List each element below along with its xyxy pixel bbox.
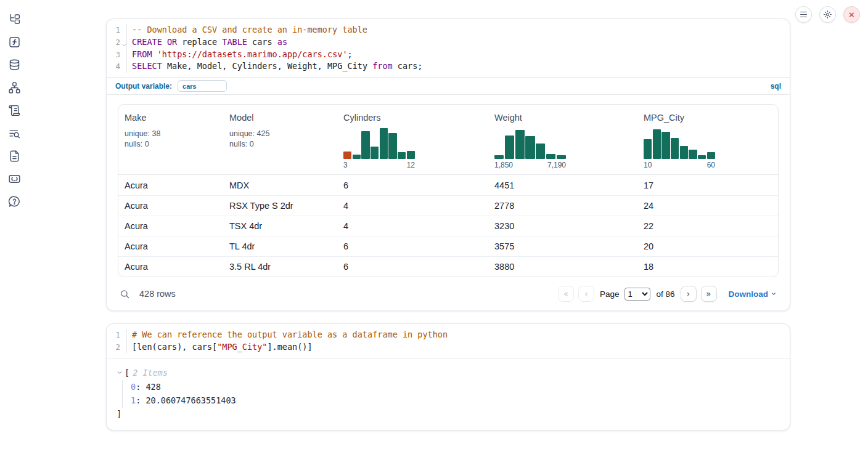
file-explorer-icon[interactable]	[8, 13, 21, 26]
variables-icon[interactable]	[8, 36, 21, 49]
menu-icon	[800, 12, 807, 18]
items-count-label: 2 Items	[133, 366, 168, 379]
code-text[interactable]: [len(cars), cars["MPG_City"].mean()]	[127, 341, 313, 354]
code-line[interactable]: 1# We can reference the output variable …	[107, 329, 790, 341]
code-text[interactable]: # We can reference the output variable a…	[127, 329, 448, 341]
tree-entry[interactable]: 0: 428	[131, 380, 780, 394]
column-histogram[interactable]: 1,8507,190	[494, 127, 566, 169]
table-cell: 22	[637, 221, 778, 231]
table-cell: Acura	[118, 241, 223, 251]
code-text[interactable]: CREATE OR replace TABLE cars as	[127, 36, 287, 49]
table-cell: Acura	[118, 180, 223, 190]
page-select[interactable]: 1	[624, 288, 650, 301]
table-cell: RSX Type S 2dr	[223, 201, 337, 211]
histogram-bar	[515, 130, 525, 159]
tree-entry-key: 0	[131, 382, 136, 392]
scratchpad-icon[interactable]	[8, 104, 21, 117]
line-number-text: 2	[115, 342, 120, 352]
histogram-bar	[525, 136, 534, 159]
axis-min-label: 3	[343, 161, 348, 169]
menu-button[interactable]	[795, 6, 812, 23]
histogram-bar	[380, 128, 388, 159]
column-histogram[interactable]: 312	[343, 127, 415, 169]
next-page-button[interactable]: ›	[681, 286, 697, 302]
dependency-graph-icon[interactable]	[8, 81, 21, 94]
column-header[interactable]: Modelunique: 425nulls: 0	[223, 111, 337, 174]
histogram-bar	[689, 150, 697, 159]
code-line[interactable]: 2[len(cars), cars["MPG_City"].mean()]	[107, 341, 790, 354]
axis-min-label: 1,850	[494, 161, 513, 169]
histogram-bar	[407, 151, 415, 159]
of-label: of 86	[656, 289, 674, 299]
output-variable-label: Output variable:	[115, 82, 172, 91]
code-token: replace	[177, 37, 222, 47]
column-header[interactable]: Cylinders312	[337, 111, 488, 174]
table-row[interactable]: AcuraTSX 4dr4323022	[118, 216, 778, 236]
code-token: # We can reference the output variable a…	[132, 330, 448, 339]
table-cell: 4451	[488, 180, 637, 190]
line-number: 1	[107, 329, 127, 341]
table-row[interactable]: AcuraRSX Type S 2dr4277824	[118, 195, 778, 216]
histogram-bar	[343, 152, 351, 159]
histogram-bar	[653, 129, 661, 159]
line-number: 2	[107, 341, 127, 354]
code-line[interactable]: 2CREATE OR replace TABLE cars as	[107, 36, 790, 49]
tree-entries: 0: 4281: 20.060747663551403	[122, 380, 780, 408]
table-row[interactable]: AcuraMDX6445117	[118, 175, 778, 195]
close-button[interactable]: ×	[843, 6, 860, 23]
axis-max-label: 7,190	[547, 161, 566, 169]
prev-page-button[interactable]: ‹	[578, 286, 594, 302]
download-button[interactable]: Download	[729, 289, 777, 299]
tree-head: [ 2 Items	[117, 366, 780, 379]
data-sources-icon[interactable]	[8, 59, 21, 71]
code-line[interactable]: 1-- Download a CSV and create an in-memo…	[107, 24, 790, 36]
last-page-button[interactable]: »	[701, 286, 717, 302]
gear-icon	[823, 10, 832, 19]
first-page-button[interactable]: «	[558, 286, 574, 302]
tree-entry[interactable]: 1: 20.060747663551403	[131, 394, 780, 408]
table-header: Makeunique: 38nulls: 0Modelunique: 425nu…	[118, 105, 778, 175]
table-cell: Acura	[118, 262, 223, 272]
tree-entry-value: : 428	[136, 382, 161, 392]
code-text[interactable]: SELECT Make, Model, Cylinders, Weight, M…	[127, 60, 422, 73]
table-cell: MDX	[223, 180, 337, 190]
code-token: FROM	[132, 49, 152, 59]
sql-code-editor[interactable]: 1-- Download a CSV and create an in-memo…	[107, 19, 790, 77]
python-code-editor[interactable]: 1# We can reference the output variable …	[107, 324, 790, 358]
table-cell: 24	[637, 201, 778, 211]
table-row[interactable]: AcuraTL 4dr6357520	[118, 236, 778, 256]
table-cell: 3880	[488, 262, 637, 272]
search-icon[interactable]	[120, 289, 130, 299]
column-header[interactable]: Weight1,8507,190	[488, 111, 637, 174]
table-cell: 17	[637, 180, 778, 190]
histogram-bar	[546, 154, 555, 159]
code-line[interactable]: 4SELECT Make, Model, Cylinders, Weight, …	[107, 60, 790, 73]
table-cell: TSX 4dr	[223, 221, 337, 231]
line-number-text: 1	[115, 330, 120, 339]
table-body: AcuraMDX6445117AcuraRSX Type S 2dr427782…	[118, 175, 778, 277]
sql-output-region: Makeunique: 38nulls: 0Modelunique: 425nu…	[107, 95, 790, 310]
code-text[interactable]: -- Download a CSV and create an in-memor…	[127, 24, 367, 36]
column-histogram[interactable]: 1060	[644, 127, 715, 169]
documentation-icon[interactable]	[8, 150, 21, 163]
table-row[interactable]: Acura3.5 RL 4dr6388018	[118, 256, 778, 277]
column-label: Cylinders	[343, 113, 482, 123]
histogram-bar	[361, 131, 369, 159]
column-header[interactable]: Makeunique: 38nulls: 0	[118, 111, 223, 174]
histogram-bar	[388, 133, 396, 159]
column-header[interactable]: MPG_City1060	[637, 111, 778, 174]
logs-icon[interactable]	[8, 127, 21, 140]
bracket-close: ]	[117, 408, 780, 420]
table-cell: 4	[337, 221, 488, 231]
histogram-bar	[661, 132, 669, 159]
page-label: Page	[600, 289, 620, 299]
code-line[interactable]: 3FROM 'https://datasets.marimo.app/cars.…	[107, 49, 790, 61]
snippets-icon[interactable]	[8, 172, 21, 185]
collapse-chevron-icon[interactable]	[117, 370, 123, 376]
output-variable-input[interactable]	[178, 80, 227, 92]
help-icon[interactable]	[8, 195, 21, 208]
tree-entry-value: : 20.060747663551403	[136, 395, 236, 405]
settings-button[interactable]	[819, 6, 836, 23]
code-text[interactable]: FROM 'https://datasets.marimo.app/cars.c…	[127, 49, 353, 61]
axis-min-label: 10	[644, 161, 652, 169]
